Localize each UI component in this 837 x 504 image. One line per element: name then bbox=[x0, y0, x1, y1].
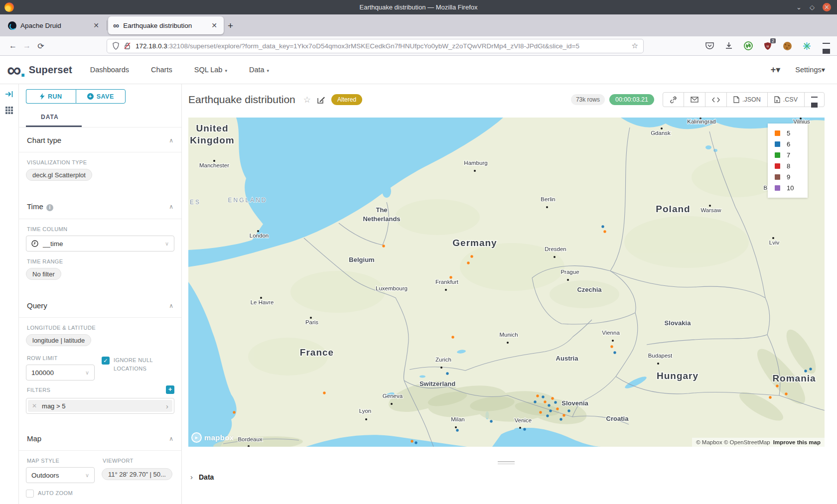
earthquake-point[interactable] bbox=[470, 255, 473, 257]
downloads-icon[interactable] bbox=[724, 41, 734, 51]
section-time[interactable]: Timei ∧ bbox=[26, 194, 174, 219]
nav-dashboards[interactable]: Dashboards bbox=[90, 66, 129, 74]
back-button[interactable]: ← bbox=[6, 41, 20, 50]
earthquake-point[interactable] bbox=[601, 225, 604, 228]
earthquake-point[interactable] bbox=[467, 261, 469, 264]
earthquake-point[interactable] bbox=[610, 345, 613, 348]
legend-item[interactable]: 5 bbox=[775, 129, 802, 137]
mapbox-logo[interactable]: ▸ mapbox bbox=[191, 432, 234, 443]
section-chart-type[interactable]: Chart type∧ bbox=[26, 127, 174, 152]
pocket-icon[interactable] bbox=[704, 41, 714, 51]
bookmark-star-icon[interactable]: ☆ bbox=[628, 41, 638, 50]
tab-close-icon[interactable]: ✕ bbox=[210, 21, 219, 29]
filter-item[interactable]: ✕ mag > 5 › bbox=[26, 398, 174, 414]
earthquake-point[interactable] bbox=[536, 394, 539, 397]
auto-zoom-checkbox[interactable] bbox=[26, 490, 34, 498]
earthquake-point[interactable] bbox=[446, 372, 448, 375]
export-json-button[interactable]: .JSON bbox=[727, 93, 768, 107]
earthquake-point[interactable] bbox=[323, 391, 325, 394]
earthquake-point[interactable] bbox=[603, 230, 606, 233]
earthquake-point[interactable] bbox=[523, 428, 526, 430]
legend-item[interactable]: 6 bbox=[775, 140, 802, 148]
earthquake-point[interactable] bbox=[551, 397, 554, 399]
legend-item[interactable]: 9 bbox=[775, 173, 802, 181]
earthquake-point[interactable] bbox=[804, 370, 807, 372]
earthquake-point[interactable] bbox=[776, 384, 778, 387]
section-query[interactable]: Query∧ bbox=[26, 293, 174, 317]
tab-apache-druid[interactable]: Apache Druid ✕ bbox=[3, 16, 106, 34]
time-column-select[interactable]: __time ∨ bbox=[26, 236, 174, 252]
reload-button[interactable]: ⟳ bbox=[34, 41, 48, 51]
tab-close-icon[interactable]: ✕ bbox=[92, 21, 101, 29]
adblock-extension-icon[interactable]: u 2 bbox=[763, 41, 773, 51]
attribution-text[interactable]: © Mapbox © OpenStreetMap bbox=[696, 439, 770, 445]
view-query-button[interactable] bbox=[705, 93, 727, 107]
window-minimize-button[interactable]: ⌄ bbox=[796, 3, 802, 11]
menu-icon[interactable] bbox=[821, 41, 831, 51]
cookie-extension-icon[interactable] bbox=[782, 41, 792, 51]
map-style-select[interactable]: Outdoors ∨ bbox=[26, 467, 95, 483]
earthquake-point[interactable] bbox=[809, 368, 812, 370]
viewport-value[interactable]: 11° 28' 29.70" | 50... bbox=[102, 468, 172, 480]
data-collapse-section[interactable]: › Data bbox=[190, 473, 214, 481]
earthquake-point[interactable] bbox=[769, 396, 771, 398]
new-item-button[interactable]: +▾ bbox=[771, 64, 781, 75]
earthquake-point[interactable] bbox=[382, 245, 385, 247]
earthquake-point[interactable] bbox=[556, 407, 558, 410]
earthquake-point[interactable] bbox=[456, 429, 458, 431]
legend-item[interactable]: 7 bbox=[775, 151, 802, 159]
new-tab-button[interactable]: + bbox=[228, 20, 233, 31]
earthquake-point[interactable] bbox=[785, 392, 787, 395]
legend-item[interactable]: 10 bbox=[775, 184, 802, 192]
earthquake-point[interactable] bbox=[539, 411, 542, 413]
datasource-grid-icon[interactable] bbox=[5, 106, 13, 115]
nav-data[interactable]: Data▾ bbox=[249, 66, 269, 74]
expand-panel-icon[interactable] bbox=[5, 90, 14, 98]
favorite-star-icon[interactable]: ☆ bbox=[303, 95, 311, 105]
earthquake-point[interactable] bbox=[559, 418, 562, 420]
insecure-lock-icon[interactable] bbox=[124, 42, 131, 50]
chevron-right-icon[interactable]: › bbox=[166, 402, 168, 410]
row-limit-select[interactable]: 100000 ∨ bbox=[26, 365, 95, 380]
lonlat-value[interactable]: longitude | latitude bbox=[26, 334, 91, 346]
tab-data[interactable]: DATA bbox=[41, 114, 59, 126]
forward-button[interactable]: → bbox=[20, 41, 34, 50]
earthquake-point[interactable] bbox=[546, 414, 549, 417]
earthquake-point[interactable] bbox=[542, 395, 544, 398]
earthquake-point[interactable] bbox=[411, 440, 413, 442]
legend-item[interactable]: 8 bbox=[775, 162, 802, 170]
ignore-null-checkbox[interactable]: ✓ bbox=[102, 357, 110, 365]
tab-earthquake-distribution[interactable]: ∞ Earthquake distribution ✕ bbox=[108, 16, 224, 34]
save-button[interactable]: + SAVE bbox=[76, 89, 126, 104]
window-maximize-button[interactable]: ◇ bbox=[810, 3, 815, 11]
nav-charts[interactable]: Charts bbox=[151, 66, 172, 74]
earthquake-point[interactable] bbox=[490, 420, 492, 422]
export-csv-button[interactable]: .CSV bbox=[768, 93, 805, 107]
earthquake-point[interactable] bbox=[449, 276, 452, 278]
earthquake-point[interactable] bbox=[549, 409, 552, 412]
email-button[interactable] bbox=[684, 93, 705, 107]
panel-resize-handle[interactable] bbox=[498, 461, 515, 466]
earthquake-point[interactable] bbox=[534, 400, 536, 403]
add-filter-button[interactable]: + bbox=[166, 385, 174, 394]
superset-logo[interactable]: ∞. Superset bbox=[7, 62, 72, 77]
earthquake-point[interactable] bbox=[554, 401, 557, 403]
url-bar[interactable]: 172.18.0.3:32108/superset/explore/?form_… bbox=[107, 39, 644, 53]
altered-badge[interactable]: Altered bbox=[331, 94, 362, 105]
earthquake-point[interactable] bbox=[562, 414, 565, 416]
copy-link-button[interactable] bbox=[663, 93, 684, 107]
run-button[interactable]: RUN bbox=[26, 89, 76, 104]
chart-menu-button[interactable] bbox=[805, 93, 824, 107]
earthquake-point[interactable] bbox=[544, 400, 546, 403]
earthquake-point[interactable] bbox=[567, 409, 570, 412]
settings-menu[interactable]: Settings▾ bbox=[795, 66, 825, 74]
window-close-button[interactable]: ✕ bbox=[823, 3, 831, 11]
earthquake-point[interactable] bbox=[548, 404, 550, 406]
privacy-extension-icon[interactable] bbox=[743, 41, 753, 51]
snowflake-extension-icon[interactable] bbox=[802, 41, 812, 51]
time-range-value[interactable]: No filter bbox=[26, 268, 61, 280]
earthquake-point[interactable] bbox=[451, 336, 454, 338]
remove-filter-icon[interactable]: ✕ bbox=[32, 402, 37, 409]
earthquake-point[interactable] bbox=[233, 411, 235, 413]
edit-properties-icon[interactable] bbox=[317, 96, 325, 104]
